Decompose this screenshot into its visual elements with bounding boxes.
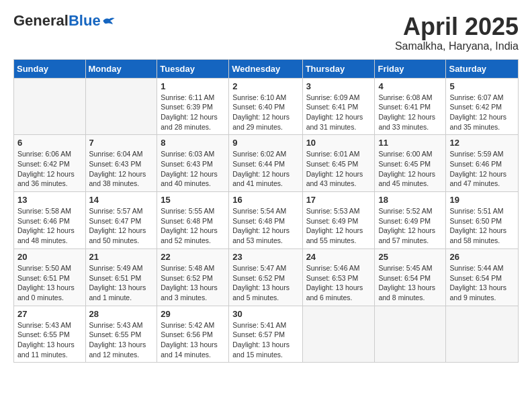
day-cell: 28Sunrise: 5:43 AM Sunset: 6:55 PM Dayli… (85, 306, 157, 363)
day-cell: 16Sunrise: 5:54 AM Sunset: 6:48 PM Dayli… (229, 192, 302, 249)
day-info: Sunrise: 5:49 AM Sunset: 6:51 PM Dayligh… (89, 263, 154, 303)
day-cell: 20Sunrise: 5:50 AM Sunset: 6:51 PM Dayli… (14, 248, 86, 306)
calendar-table: SundayMondayTuesdayWednesdayThursdayFrid… (13, 59, 519, 363)
day-cell: 5Sunrise: 6:07 AM Sunset: 6:42 PM Daylig… (446, 78, 519, 135)
day-number: 8 (161, 138, 225, 148)
day-cell: 1Sunrise: 6:11 AM Sunset: 6:39 PM Daylig… (157, 78, 229, 135)
day-cell (85, 78, 157, 135)
day-number: 11 (378, 138, 442, 148)
day-info: Sunrise: 5:43 AM Sunset: 6:55 PM Dayligh… (89, 320, 154, 360)
day-number: 19 (449, 195, 515, 205)
day-info: Sunrise: 6:09 AM Sunset: 6:41 PM Dayligh… (306, 93, 371, 132)
logo-blue: Blue (69, 12, 101, 29)
day-number: 1 (161, 81, 225, 91)
day-info: Sunrise: 5:52 AM Sunset: 6:49 PM Dayligh… (378, 206, 442, 246)
day-info: Sunrise: 6:00 AM Sunset: 6:45 PM Dayligh… (378, 149, 442, 189)
day-number: 18 (378, 195, 442, 205)
day-cell: 6Sunrise: 6:06 AM Sunset: 6:42 PM Daylig… (14, 135, 86, 192)
header-cell-tuesday: Tuesday (157, 59, 229, 78)
day-info: Sunrise: 5:51 AM Sunset: 6:50 PM Dayligh… (449, 206, 515, 246)
day-number: 28 (89, 309, 154, 319)
day-info: Sunrise: 5:45 AM Sunset: 6:54 PM Dayligh… (378, 263, 442, 303)
day-number: 20 (17, 252, 82, 262)
day-info: Sunrise: 6:06 AM Sunset: 6:42 PM Dayligh… (17, 149, 82, 189)
day-cell: 14Sunrise: 5:57 AM Sunset: 6:47 PM Dayli… (85, 192, 157, 249)
page-subtitle: Samalkha, Haryana, India (395, 40, 519, 52)
week-row-4: 20Sunrise: 5:50 AM Sunset: 6:51 PM Dayli… (14, 248, 519, 306)
logo-general: General (13, 12, 69, 29)
day-info: Sunrise: 6:11 AM Sunset: 6:39 PM Dayligh… (161, 93, 225, 132)
header-cell-saturday: Saturday (446, 59, 519, 78)
header-cell-friday: Friday (375, 59, 446, 78)
calendar-body: 1Sunrise: 6:11 AM Sunset: 6:39 PM Daylig… (14, 78, 519, 363)
day-cell: 12Sunrise: 5:59 AM Sunset: 6:46 PM Dayli… (446, 135, 519, 192)
day-cell (302, 306, 375, 363)
day-cell: 13Sunrise: 5:58 AM Sunset: 6:46 PM Dayli… (14, 192, 86, 249)
day-cell (14, 78, 86, 135)
header-cell-thursday: Thursday (302, 59, 375, 78)
day-info: Sunrise: 5:41 AM Sunset: 6:57 PM Dayligh… (232, 320, 298, 360)
day-cell: 18Sunrise: 5:52 AM Sunset: 6:49 PM Dayli… (375, 192, 446, 249)
week-row-1: 1Sunrise: 6:11 AM Sunset: 6:39 PM Daylig… (14, 78, 519, 135)
day-info: Sunrise: 6:01 AM Sunset: 6:45 PM Dayligh… (306, 149, 371, 189)
day-info: Sunrise: 5:44 AM Sunset: 6:54 PM Dayligh… (449, 263, 515, 303)
day-cell: 7Sunrise: 6:04 AM Sunset: 6:43 PM Daylig… (85, 135, 157, 192)
day-cell: 11Sunrise: 6:00 AM Sunset: 6:45 PM Dayli… (375, 135, 446, 192)
week-row-2: 6Sunrise: 6:06 AM Sunset: 6:42 PM Daylig… (14, 135, 519, 192)
day-info: Sunrise: 6:04 AM Sunset: 6:43 PM Dayligh… (89, 149, 154, 189)
day-info: Sunrise: 5:43 AM Sunset: 6:55 PM Dayligh… (17, 320, 82, 360)
day-info: Sunrise: 5:55 AM Sunset: 6:48 PM Dayligh… (161, 206, 225, 246)
logo: GeneralBlue (13, 13, 116, 28)
day-number: 14 (89, 195, 154, 205)
week-row-5: 27Sunrise: 5:43 AM Sunset: 6:55 PM Dayli… (14, 306, 519, 363)
day-info: Sunrise: 6:03 AM Sunset: 6:43 PM Dayligh… (161, 149, 225, 189)
day-info: Sunrise: 5:59 AM Sunset: 6:46 PM Dayligh… (449, 149, 515, 189)
day-number: 23 (232, 252, 298, 262)
day-info: Sunrise: 5:57 AM Sunset: 6:47 PM Dayligh… (89, 206, 154, 246)
day-info: Sunrise: 5:47 AM Sunset: 6:52 PM Dayligh… (232, 263, 298, 303)
day-info: Sunrise: 5:53 AM Sunset: 6:49 PM Dayligh… (306, 206, 371, 246)
day-number: 6 (17, 138, 82, 148)
day-cell: 27Sunrise: 5:43 AM Sunset: 6:55 PM Dayli… (14, 306, 86, 363)
day-number: 25 (378, 252, 442, 262)
header-cell-monday: Monday (85, 59, 157, 78)
day-info: Sunrise: 6:10 AM Sunset: 6:40 PM Dayligh… (232, 93, 298, 132)
day-number: 4 (378, 81, 442, 91)
day-number: 10 (306, 138, 371, 148)
day-info: Sunrise: 6:02 AM Sunset: 6:44 PM Dayligh… (232, 149, 298, 189)
day-cell (375, 306, 446, 363)
day-cell: 9Sunrise: 6:02 AM Sunset: 6:44 PM Daylig… (229, 135, 302, 192)
day-cell: 2Sunrise: 6:10 AM Sunset: 6:40 PM Daylig… (229, 78, 302, 135)
day-cell: 19Sunrise: 5:51 AM Sunset: 6:50 PM Dayli… (446, 192, 519, 249)
day-number: 27 (17, 309, 82, 319)
day-info: Sunrise: 5:46 AM Sunset: 6:53 PM Dayligh… (306, 263, 371, 303)
day-number: 17 (306, 195, 371, 205)
day-number: 7 (89, 138, 154, 148)
day-number: 16 (232, 195, 298, 205)
day-cell: 23Sunrise: 5:47 AM Sunset: 6:52 PM Dayli… (229, 248, 302, 306)
day-info: Sunrise: 5:54 AM Sunset: 6:48 PM Dayligh… (232, 206, 298, 246)
day-info: Sunrise: 5:58 AM Sunset: 6:46 PM Dayligh… (17, 206, 82, 246)
day-cell: 22Sunrise: 5:48 AM Sunset: 6:52 PM Dayli… (157, 248, 229, 306)
day-number: 12 (449, 138, 515, 148)
day-cell: 26Sunrise: 5:44 AM Sunset: 6:54 PM Dayli… (446, 248, 519, 306)
logo-text: GeneralBlue (13, 13, 101, 28)
day-info: Sunrise: 6:08 AM Sunset: 6:41 PM Dayligh… (378, 93, 442, 132)
week-row-3: 13Sunrise: 5:58 AM Sunset: 6:46 PM Dayli… (14, 192, 519, 249)
day-number: 5 (449, 81, 515, 91)
day-info: Sunrise: 5:50 AM Sunset: 6:51 PM Dayligh… (17, 263, 82, 303)
day-cell: 8Sunrise: 6:03 AM Sunset: 6:43 PM Daylig… (157, 135, 229, 192)
day-number: 9 (232, 138, 298, 148)
day-cell: 17Sunrise: 5:53 AM Sunset: 6:49 PM Dayli… (302, 192, 375, 249)
logo-bird-icon (102, 16, 116, 26)
header-row: SundayMondayTuesdayWednesdayThursdayFrid… (14, 59, 519, 78)
day-cell: 21Sunrise: 5:49 AM Sunset: 6:51 PM Dayli… (85, 248, 157, 306)
day-number: 3 (306, 81, 371, 91)
day-number: 2 (232, 81, 298, 91)
day-cell: 25Sunrise: 5:45 AM Sunset: 6:54 PM Dayli… (375, 248, 446, 306)
day-number: 29 (161, 309, 225, 319)
day-number: 21 (89, 252, 154, 262)
title-block: April 2025 Samalkha, Haryana, India (395, 13, 519, 52)
day-number: 15 (161, 195, 225, 205)
day-number: 22 (161, 252, 225, 262)
